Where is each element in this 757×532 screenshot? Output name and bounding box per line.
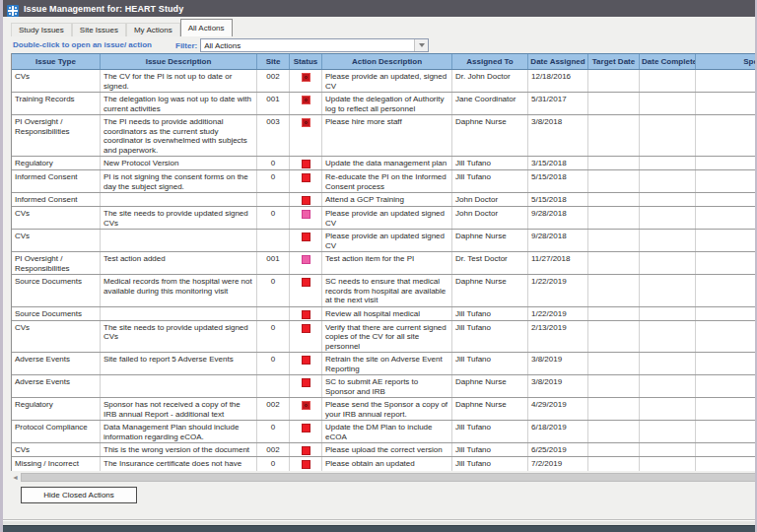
cell-date-assigned: 3/15/2018 <box>528 157 588 169</box>
cell-assigned-to: Daphne Nurse <box>452 275 528 306</box>
table-row[interactable]: CVsThe site needs to provide updated sig… <box>12 207 757 230</box>
cell-action-description: SC to submit AE reports to Sponsor and I… <box>322 375 452 397</box>
toolbar: Double-click to open an issue/ action Fi… <box>3 37 755 53</box>
scroll-left-arrow-icon[interactable]: ◄ <box>11 472 20 483</box>
cell-date-complete <box>640 193 696 206</box>
tab-my-actions[interactable]: My Actions <box>126 23 180 36</box>
table-row[interactable]: CVsThis is the wrong version of the docu… <box>12 443 757 457</box>
table-row[interactable]: Informed ConsentPI is not signing the co… <box>12 170 757 193</box>
table-row[interactable]: Adverse EventsSC to submit AE reports to… <box>12 375 757 398</box>
table-row[interactable]: PI Oversight / ResponsibilitiesTest acti… <box>12 252 757 275</box>
table-row[interactable]: Source DocumentsMedical records from the… <box>12 275 757 307</box>
tab-study-issues[interactable]: Study Issues <box>11 23 72 36</box>
cell-target-date <box>588 421 640 442</box>
cell-target-date <box>588 157 640 169</box>
cell-date-complete <box>640 398 696 420</box>
cell-action-description: Please provide an updated signed CV <box>322 207 452 229</box>
cell-assigned-to: Daphne Nurse <box>452 375 528 397</box>
cell-issue-type: Regulatory <box>12 157 101 169</box>
cell-date-assigned: 3/8/2018 <box>528 115 588 156</box>
column-header-site[interactable]: Site <box>257 54 290 69</box>
column-header-date-complete[interactable]: Date Complete <box>640 54 696 69</box>
table-row[interactable]: Missing / Incorrect InformationThe Insur… <box>12 457 757 471</box>
table-row[interactable]: RegulatoryNew Protocol Version0Update th… <box>12 157 757 170</box>
cell-date-complete <box>640 157 696 169</box>
column-header-action-description[interactable]: Action Description <box>322 54 452 69</box>
column-header-status[interactable]: Status <box>290 54 322 69</box>
table-row[interactable]: CVsThe site needs to provide updated sig… <box>12 321 757 354</box>
table-row[interactable]: CVsPlease provide an updated signed CVDa… <box>12 230 757 252</box>
status-icon-red-marked <box>302 96 310 104</box>
cell-issue-description <box>101 230 257 251</box>
table-body: CVsThe CV for the PI is not up to date o… <box>12 70 757 471</box>
column-header-target-date[interactable]: Target Date <box>588 54 640 69</box>
table-row[interactable]: Source DocumentsReview all hospital medi… <box>12 307 757 321</box>
cell-sponsor <box>696 207 757 229</box>
cell-date-complete <box>640 170 696 192</box>
column-header-issue-description[interactable]: Issue Description <box>101 54 257 69</box>
cell-target-date <box>588 443 640 456</box>
app-logo-icon <box>7 3 19 15</box>
cell-assigned-to: Daphne Nurse <box>452 115 528 156</box>
cell-sponsor <box>696 307 757 320</box>
app-window: Issue Management for: HEART Study Study … <box>0 0 757 532</box>
cell-status <box>290 375 322 397</box>
cell-issue-description: The delegation log was not up to date wi… <box>101 93 257 114</box>
cell-issue-type: Adverse Events <box>12 353 101 374</box>
cell-issue-type: PI Oversight / Responsibilities <box>12 115 101 156</box>
cell-sponsor <box>696 93 757 114</box>
cell-issue-description: New Protocol Version <box>101 157 257 169</box>
filter-label: Filter: <box>175 41 197 50</box>
cell-site: 0 <box>257 457 290 471</box>
cell-target-date <box>588 93 640 114</box>
cell-date-assigned: 11/27/2018 <box>528 252 588 274</box>
table-row[interactable]: CVsThe CV for the PI is not up to date o… <box>12 70 757 93</box>
cell-status <box>290 170 322 192</box>
status-icon-red <box>302 196 310 205</box>
cell-sponsor <box>696 375 757 397</box>
status-icon-red <box>302 378 310 387</box>
cell-target-date <box>588 70 640 92</box>
chevron-down-icon[interactable] <box>414 39 428 51</box>
cell-assigned-to: Jill Tufano <box>452 157 528 169</box>
table-row[interactable]: Adverse EventsSite failed to report 5 Ad… <box>12 353 757 375</box>
cell-target-date <box>588 375 640 397</box>
horizontal-scrollbar[interactable]: ◄ <box>11 472 756 483</box>
cell-status <box>290 275 322 306</box>
table-row[interactable]: RegulatorySponsor has not received a cop… <box>12 398 757 421</box>
table-row[interactable]: Protocol ComplianceData Management Plan … <box>12 421 757 443</box>
column-header-sponsor[interactable]: Sponsor <box>696 54 757 69</box>
filter-group: Filter: All Actions <box>175 38 429 52</box>
filter-select[interactable]: All Actions <box>200 38 429 52</box>
cell-site <box>257 307 290 320</box>
cell-target-date <box>588 275 640 306</box>
cell-site: 0 <box>257 207 290 229</box>
table-row[interactable]: PI Oversight / ResponsibilitiesThe PI ne… <box>12 115 757 157</box>
cell-status <box>290 353 322 374</box>
cell-issue-type: Missing / Incorrect Information <box>12 457 101 471</box>
cell-date-assigned: 2/13/2019 <box>528 321 588 353</box>
column-header-assigned-to[interactable]: Assigned To <box>452 54 528 69</box>
actions-table: Issue TypeIssue DescriptionSiteStatusAct… <box>11 53 757 471</box>
cell-date-assigned: 3/8/2019 <box>528 375 588 397</box>
column-header-date-assigned[interactable]: Date Assigned <box>528 54 588 69</box>
cell-site: 002 <box>257 443 290 456</box>
table-row[interactable]: Training RecordsThe delegation log was n… <box>12 93 757 115</box>
tab-site-issues[interactable]: Site Issues <box>72 23 126 36</box>
scrollbar-thumb[interactable] <box>21 473 756 482</box>
cell-action-description: SC needs to ensure that medical records … <box>322 275 452 306</box>
cell-status <box>290 457 322 471</box>
cell-status <box>290 321 322 353</box>
hide-closed-actions-button[interactable]: Hide Closed Actions <box>21 487 137 503</box>
table-row[interactable]: Informed ConsentAttend a GCP TrainingJoh… <box>12 193 757 207</box>
cell-target-date <box>588 398 640 420</box>
cell-site <box>257 230 290 251</box>
cell-site: 0 <box>257 421 290 442</box>
cell-date-assigned: 5/31/2017 <box>528 93 588 114</box>
column-header-issue-type[interactable]: Issue Type <box>12 54 101 69</box>
cell-status <box>290 193 322 206</box>
cell-issue-type: Informed Consent <box>12 193 101 206</box>
tab-all-actions[interactable]: All Actions <box>180 19 233 36</box>
cell-issue-description <box>101 193 257 206</box>
cell-date-complete <box>640 307 696 320</box>
